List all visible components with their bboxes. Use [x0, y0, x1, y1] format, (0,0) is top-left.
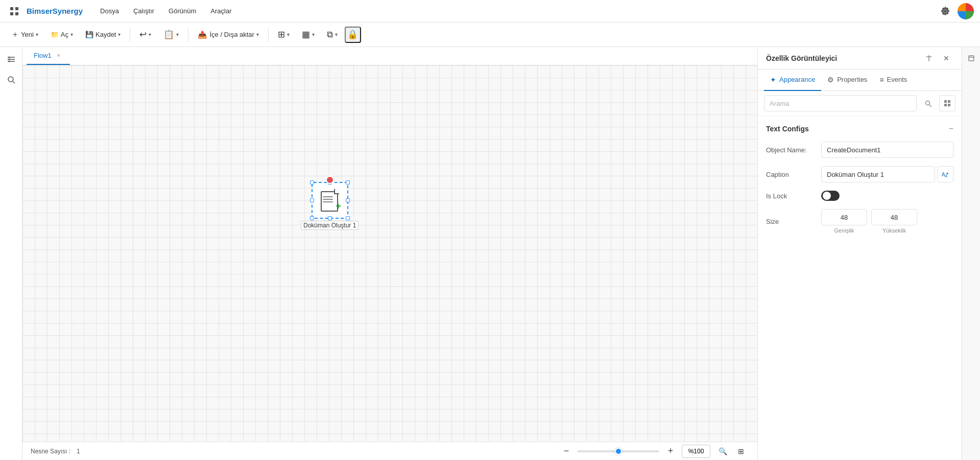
svg-rect-17: [948, 100, 950, 103]
menu-item-calistir[interactable]: Çalıştır: [126, 0, 161, 22]
handle-tl[interactable]: [310, 180, 314, 185]
main-area: Flow1 ×: [0, 47, 980, 460]
events-tab-icon: ≡: [879, 76, 883, 84]
canvas-container: Flow1 ×: [22, 47, 757, 460]
form-row-is-lock: Is Lock: [766, 191, 953, 201]
save-button[interactable]: 💾 Kaydet ▾: [80, 28, 126, 41]
zoom-input[interactable]: [682, 445, 710, 458]
search-icon-button[interactable]: [920, 95, 936, 111]
panel-tabs: ✦ Appearance ⚙ Properties ≡ Events: [758, 70, 962, 91]
menu-bar-right: [937, 3, 974, 19]
canvas-node[interactable]: + Doküman Oluştur 1: [301, 182, 358, 230]
svg-rect-2: [10, 12, 13, 15]
sidebar-tools-icon[interactable]: [3, 51, 19, 67]
toggle-thumb: [823, 192, 831, 200]
search-input[interactable]: [764, 95, 917, 111]
group-button[interactable]: ⧉ ▾: [322, 27, 343, 42]
handle-br[interactable]: [346, 216, 350, 220]
tab-appearance[interactable]: ✦ Appearance: [764, 70, 821, 91]
doc-fold: [334, 189, 339, 194]
svg-point-9: [8, 61, 10, 62]
zoom-slider-thumb[interactable]: [615, 448, 622, 455]
handle-mr[interactable]: [346, 198, 350, 202]
object-name-input[interactable]: [821, 142, 953, 158]
menu-item-dosya[interactable]: Dosya: [93, 0, 126, 22]
clipboard-button[interactable]: 📋 ▾: [158, 27, 184, 42]
doc-lines: [323, 196, 333, 202]
folder-icon: 📁: [51, 31, 59, 38]
menu-item-araclar[interactable]: Araçlar: [203, 0, 238, 22]
app-avatar-icon[interactable]: [958, 3, 974, 19]
svg-text:A: A: [945, 174, 948, 178]
handle-bl[interactable]: [310, 216, 314, 220]
width-input[interactable]: [821, 209, 867, 225]
zoom-slider[interactable]: [578, 450, 659, 452]
section-collapse-button[interactable]: −: [949, 124, 953, 133]
toolbar-divider-3: [268, 28, 269, 42]
svg-rect-18: [944, 104, 947, 106]
zoom-expand-icon[interactable]: ⊞: [733, 443, 749, 459]
grid-toggle-button[interactable]: ⊞ ▾: [273, 27, 295, 42]
zoom-in-button[interactable]: +: [663, 444, 678, 458]
sidebar-search-icon[interactable]: [3, 72, 19, 88]
height-input-group: Yükseklik: [871, 209, 917, 234]
document-icon: +: [321, 189, 339, 212]
app-logo: BimserSynergy: [27, 7, 83, 15]
caption-label: Caption: [766, 171, 817, 178]
status-bar: Nesne Sayısı : 1 − + 🔍 ⊞: [22, 442, 757, 460]
properties-tab-icon: ⚙: [827, 76, 834, 84]
settings-icon[interactable]: [937, 3, 953, 19]
zoom-fit-icon[interactable]: 🔍: [714, 443, 731, 459]
layout-button[interactable]: ▦ ▾: [297, 27, 320, 42]
is-lock-toggle[interactable]: [821, 191, 840, 201]
panel-search: [758, 91, 962, 116]
toolbar: ＋ Yeni ▾ 📁 Aç ▾ 💾 Kaydet ▾ ↩ ▾ 📋 ▾ 📤 İçe…: [0, 22, 980, 47]
handle-ml[interactable]: [310, 198, 314, 202]
svg-line-11: [13, 81, 15, 83]
undo-button[interactable]: ↩ ▾: [134, 27, 156, 42]
undo-icon: ↩: [139, 29, 147, 40]
is-lock-label: Is Lock: [766, 192, 817, 200]
node-connector[interactable]: [326, 176, 334, 184]
height-input[interactable]: [871, 209, 917, 225]
zoom-out-button[interactable]: −: [559, 444, 573, 458]
lock-button[interactable]: 🔒: [345, 27, 361, 43]
events-tab-label: Events: [887, 76, 907, 83]
form-row-object-name: Object Name:: [766, 142, 953, 158]
caption-translate-button[interactable]: A A: [937, 166, 953, 182]
tab-close-button[interactable]: ×: [55, 51, 63, 59]
group-icon: ⧉: [327, 30, 333, 40]
section-header: Text Configs −: [766, 124, 953, 133]
tab-events[interactable]: ≡ Events: [873, 70, 913, 91]
object-name-label: Object Name:: [766, 146, 817, 154]
strip-icon-1[interactable]: [964, 51, 978, 65]
canvas[interactable]: + Doküman Oluştur 1: [22, 65, 757, 442]
toolbar-divider-2: [188, 28, 188, 42]
node-box[interactable]: +: [312, 182, 348, 219]
panel-layout-button[interactable]: [939, 95, 955, 111]
new-button[interactable]: ＋ Yeni ▾: [6, 27, 43, 42]
caption-input[interactable]: [821, 166, 935, 182]
grid-icon: ⊞: [278, 29, 285, 40]
lock-icon: 🔒: [347, 29, 358, 40]
panel-close-icon[interactable]: ✕: [939, 51, 953, 65]
svg-rect-3: [15, 12, 18, 15]
panel-content: Text Configs − Object Name: Caption A A: [758, 116, 962, 460]
panel-header: Özellik Görüntüleyici ✕: [758, 47, 962, 70]
app-grid-icon[interactable]: [6, 3, 22, 19]
handle-bm[interactable]: [328, 216, 332, 220]
svg-point-7: [8, 57, 10, 58]
size-inputs: Genişlik Yükseklik: [821, 209, 917, 234]
panel-pin-icon[interactable]: [922, 51, 936, 65]
node-label: Doküman Oluştur 1: [301, 221, 358, 230]
handle-tr[interactable]: [346, 180, 350, 185]
size-label: Size: [766, 218, 817, 225]
open-button[interactable]: 📁 Aç ▾: [45, 28, 78, 41]
doc-plus-icon: +: [336, 201, 341, 211]
import-export-button[interactable]: 📤 İçe / Dışa aktar ▾: [193, 28, 264, 42]
tab-properties[interactable]: ⚙ Properties: [821, 70, 873, 91]
menu-item-gorunum[interactable]: Görünüm: [161, 0, 203, 22]
tab-flow1[interactable]: Flow1 ×: [27, 47, 70, 65]
caption-input-group: A A: [821, 166, 953, 182]
appearance-tab-icon: ✦: [770, 76, 776, 84]
